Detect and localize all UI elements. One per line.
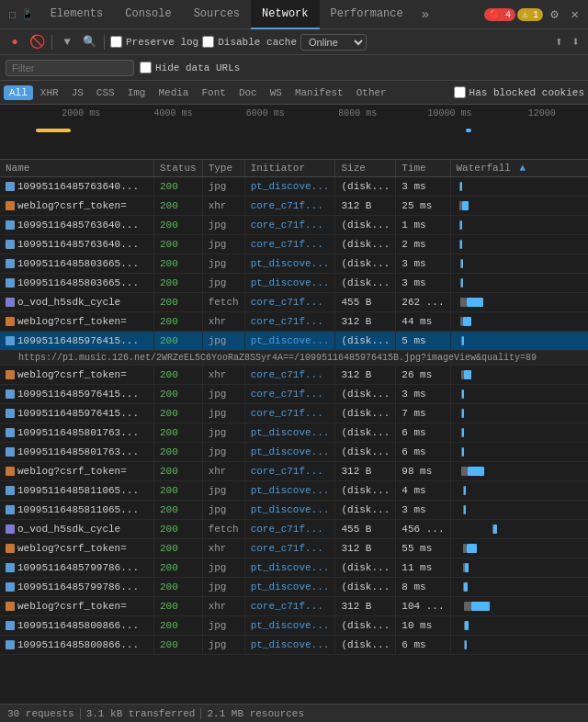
cell-initiator[interactable]: pt_discove...	[244, 423, 335, 443]
filter-input[interactable]	[6, 60, 134, 76]
inspect-icon[interactable]: ⬚	[9, 8, 16, 20]
cell-initiator[interactable]: core_c71f...	[244, 235, 335, 254]
cell-initiator[interactable]: core_c71f...	[244, 197, 335, 216]
type-img-button[interactable]: Img	[122, 85, 152, 100]
has-blocked-cookies-label[interactable]: Has blocked cookies	[454, 86, 584, 98]
cell-initiator[interactable]: pt_discove...	[244, 558, 335, 578]
type-doc-button[interactable]: Doc	[233, 85, 263, 100]
tab-network[interactable]: Network	[251, 0, 319, 29]
initiator-link[interactable]: pt_discove...	[251, 181, 330, 192]
more-tabs-button[interactable]: »	[414, 7, 436, 22]
table-row[interactable]: o_vod_h5sdk_cycle 200 fetch core_c71f...…	[0, 520, 588, 539]
type-ws-button[interactable]: WS	[265, 85, 288, 100]
hide-data-urls-label[interactable]: Hide data URLs	[140, 62, 240, 73]
table-row[interactable]: weblog?csrf_token= 200 xhr core_c71f... …	[0, 597, 588, 616]
clear-button[interactable]: 🚫	[28, 33, 46, 51]
initiator-link[interactable]: pt_discove...	[251, 258, 330, 269]
initiator-link[interactable]: pt_discove...	[251, 639, 330, 650]
initiator-link[interactable]: pt_discove...	[251, 335, 330, 346]
type-all-button[interactable]: All	[4, 85, 33, 100]
table-row[interactable]: 10995116485801763... 200 jpg pt_discove.…	[0, 443, 588, 462]
close-devtools-button[interactable]: ✕	[566, 6, 584, 22]
import-button[interactable]: ⬆	[552, 34, 565, 50]
col-header-time[interactable]: Time	[396, 160, 450, 177]
table-row[interactable]: 10995116485799786... 200 jpg pt_discove.…	[0, 558, 588, 578]
col-header-size[interactable]: Size	[335, 160, 396, 177]
throttle-select[interactable]: Online Slow 3G Fast 3G Offline	[300, 34, 367, 51]
cell-initiator[interactable]: core_c71f...	[244, 312, 335, 332]
table-row[interactable]: 10995116485811065... 200 jpg pt_discove.…	[0, 481, 588, 501]
cell-initiator[interactable]: core_c71f...	[244, 404, 335, 423]
cell-initiator[interactable]: core_c71f...	[244, 216, 335, 235]
initiator-link[interactable]: core_c71f...	[251, 408, 323, 419]
initiator-link[interactable]: core_c71f...	[251, 220, 323, 231]
initiator-link[interactable]: pt_discove...	[251, 427, 330, 438]
preserve-log-checkbox[interactable]	[110, 36, 122, 48]
table-row[interactable]: 10995116485803665... 200 jpg pt_discove.…	[0, 254, 588, 274]
col-header-status[interactable]: Status	[154, 160, 203, 177]
table-row[interactable]: 10995116485976415... 200 jpg core_c71f..…	[0, 385, 588, 404]
cell-initiator[interactable]: pt_discove...	[244, 578, 335, 597]
col-header-waterfall[interactable]: Waterfall ▲	[450, 160, 588, 177]
table-row[interactable]: 10995116485976415... 200 jpg pt_discove.…	[0, 332, 588, 351]
col-header-type[interactable]: Type	[202, 160, 244, 177]
table-row[interactable]: weblog?csrf_token= 200 xhr core_c71f... …	[0, 312, 588, 332]
type-css-button[interactable]: CSS	[91, 85, 120, 100]
initiator-link[interactable]: pt_discove...	[251, 581, 330, 592]
table-row[interactable]: weblog?csrf_token= 200 xhr core_c71f... …	[0, 539, 588, 558]
disable-cache-label[interactable]: Disable cache	[202, 36, 297, 48]
initiator-link[interactable]: core_c71f...	[251, 297, 323, 308]
type-manifest-button[interactable]: Manifest	[289, 85, 349, 100]
cell-initiator[interactable]: pt_discove...	[244, 501, 335, 520]
initiator-link[interactable]: core_c71f...	[251, 200, 323, 211]
initiator-link[interactable]: core_c71f...	[251, 389, 323, 400]
cell-initiator[interactable]: pt_discove...	[244, 481, 335, 501]
record-button[interactable]: ●	[6, 33, 24, 51]
cell-initiator[interactable]: pt_discove...	[244, 443, 335, 462]
initiator-link[interactable]: core_c71f...	[251, 316, 323, 327]
cell-initiator[interactable]: pt_discove...	[244, 254, 335, 274]
initiator-link[interactable]: core_c71f...	[251, 601, 323, 612]
tab-elements[interactable]: Elements	[40, 0, 115, 29]
type-other-button[interactable]: Other	[351, 85, 392, 100]
hide-data-urls-checkbox[interactable]	[140, 62, 152, 73]
has-blocked-cookies-checkbox[interactable]	[454, 86, 466, 98]
cell-initiator[interactable]: core_c71f...	[244, 462, 335, 481]
table-row[interactable]: weblog?csrf_token= 200 xhr core_c71f... …	[0, 366, 588, 385]
table-row[interactable]: 10995116485801763... 200 jpg pt_discove.…	[0, 423, 588, 443]
type-js-button[interactable]: JS	[66, 85, 89, 100]
settings-icon[interactable]: ⚙	[543, 6, 565, 22]
table-row[interactable]: 10995116485803665... 200 jpg pt_discove.…	[0, 274, 588, 293]
tab-performance[interactable]: Performance	[320, 0, 414, 29]
initiator-link[interactable]: core_c71f...	[251, 239, 323, 250]
filter-toggle-button[interactable]: ▼	[58, 33, 76, 51]
search-button[interactable]: 🔍	[80, 33, 98, 51]
col-header-name[interactable]: Name	[0, 160, 154, 177]
cell-initiator[interactable]: pt_discove...	[244, 616, 335, 636]
type-media-button[interactable]: Media	[153, 85, 194, 100]
cell-initiator[interactable]: core_c71f...	[244, 539, 335, 558]
table-row[interactable]: 10995116485763640... 200 jpg core_c71f..…	[0, 235, 588, 254]
initiator-link[interactable]: pt_discove...	[251, 620, 330, 631]
tab-console[interactable]: Console	[114, 0, 182, 29]
preserve-log-label[interactable]: Preserve log	[110, 36, 198, 48]
table-row[interactable]: 10995116485800866... 200 jpg pt_discove.…	[0, 616, 588, 636]
cell-initiator[interactable]: pt_discove...	[244, 636, 335, 655]
table-row[interactable]: weblog?csrf_token= 200 xhr core_c71f... …	[0, 462, 588, 481]
table-row[interactable]: weblog?csrf_token= 200 xhr core_c71f... …	[0, 197, 588, 216]
col-header-initiator[interactable]: Initiator	[244, 160, 335, 177]
initiator-link[interactable]: core_c71f...	[251, 524, 323, 535]
initiator-link[interactable]: pt_discove...	[251, 504, 330, 515]
device-icon[interactable]: 📱	[21, 8, 34, 20]
table-row[interactable]: o_vod_h5sdk_cycle 200 fetch core_c71f...…	[0, 293, 588, 312]
cell-initiator[interactable]: core_c71f...	[244, 520, 335, 539]
table-row[interactable]: 10995116485763640... 200 jpg core_c71f..…	[0, 216, 588, 235]
table-row[interactable]: 10995116485799786... 200 jpg pt_discove.…	[0, 578, 588, 597]
initiator-link[interactable]: core_c71f...	[251, 543, 323, 554]
export-button[interactable]: ⬇	[570, 34, 582, 50]
disable-cache-checkbox[interactable]	[202, 36, 214, 48]
table-row[interactable]: 10995116485800866... 200 jpg pt_discove.…	[0, 636, 588, 655]
table-row[interactable]: 10995116485976415... 200 jpg core_c71f..…	[0, 404, 588, 423]
cell-initiator[interactable]: core_c71f...	[244, 293, 335, 312]
tab-sources[interactable]: Sources	[183, 0, 251, 29]
